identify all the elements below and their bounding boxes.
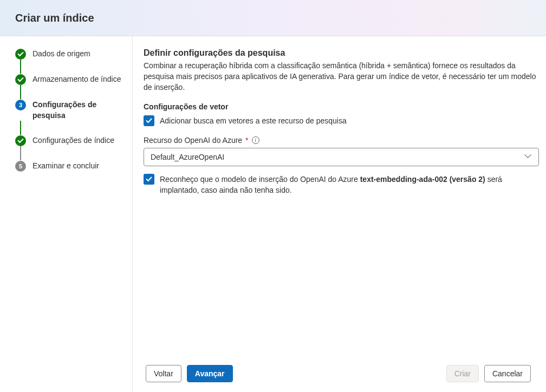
wizard-footer: Voltar Avançar Criar Cancelar: [144, 357, 541, 392]
check-icon: [15, 74, 26, 85]
chevron-down-icon: [525, 154, 532, 160]
step-label: Dados de origem: [32, 48, 90, 59]
dropdown-selected-value: Default_AzureOpenAI: [151, 153, 224, 161]
step-label: Armazenamento de índice: [32, 74, 121, 84]
deploy-embedding-ack-checkbox[interactable]: [144, 174, 154, 185]
step-label: Configurações de pesquisa: [32, 99, 127, 121]
wizard-content: Definir configurações da pesquisa Combin…: [133, 36, 546, 392]
wizard-header: Criar um índice: [0, 0, 546, 36]
vector-config-heading: Configurações de vetor: [144, 102, 541, 111]
back-button[interactable]: Voltar: [146, 365, 181, 382]
step-index-config[interactable]: Configurações de índice: [15, 135, 127, 146]
step-connector: [20, 85, 21, 99]
wizard-title: Criar um índice: [15, 12, 94, 24]
section-description: Combinar a recuperação híbrida com a cla…: [144, 60, 541, 93]
step-connector: [20, 60, 21, 74]
azure-openai-resource-label: Recurso do OpenAI do Azure: [144, 136, 242, 145]
checkmark-icon: [146, 118, 152, 123]
add-vector-search-label: Adicionar busca em vetores a este recurs…: [160, 115, 347, 126]
step-number-icon: 5: [15, 161, 26, 172]
cancel-button[interactable]: Cancelar: [484, 365, 531, 382]
create-button: Criar: [446, 365, 479, 382]
step-index-storage[interactable]: Armazenamento de índice: [15, 74, 127, 85]
step-connector: [20, 121, 21, 135]
step-number-icon: 3: [15, 100, 26, 110]
step-connector: [20, 146, 21, 160]
azure-openai-resource-dropdown[interactable]: Default_AzureOpenAI: [144, 148, 539, 166]
wizard-steps: Dados de origem Armazenamento de índice …: [0, 36, 133, 392]
checkmark-icon: [146, 177, 152, 182]
step-data-source[interactable]: Dados de origem: [15, 48, 127, 60]
info-icon[interactable]: i: [252, 136, 259, 144]
ack-prefix: Reconheço que o modelo de inserção do Op…: [160, 175, 360, 184]
next-button[interactable]: Avançar: [187, 365, 233, 382]
section-title: Definir configurações da pesquisa: [144, 48, 541, 58]
check-icon: [15, 135, 26, 146]
ack-model-name: text-embedding-ada-002 (versão 2): [360, 175, 485, 184]
step-label: Configurações de índice: [32, 135, 114, 146]
check-icon: [15, 49, 26, 60]
required-marker: *: [245, 136, 248, 145]
step-search-config[interactable]: 3 Configurações de pesquisa: [15, 99, 127, 121]
add-vector-search-checkbox[interactable]: [144, 115, 154, 126]
step-review[interactable]: 5 Examinar e concluir: [15, 160, 127, 172]
deploy-embedding-ack-text: Reconheço que o modelo de inserção do Op…: [160, 174, 539, 195]
step-label: Examinar e concluir: [32, 160, 99, 171]
